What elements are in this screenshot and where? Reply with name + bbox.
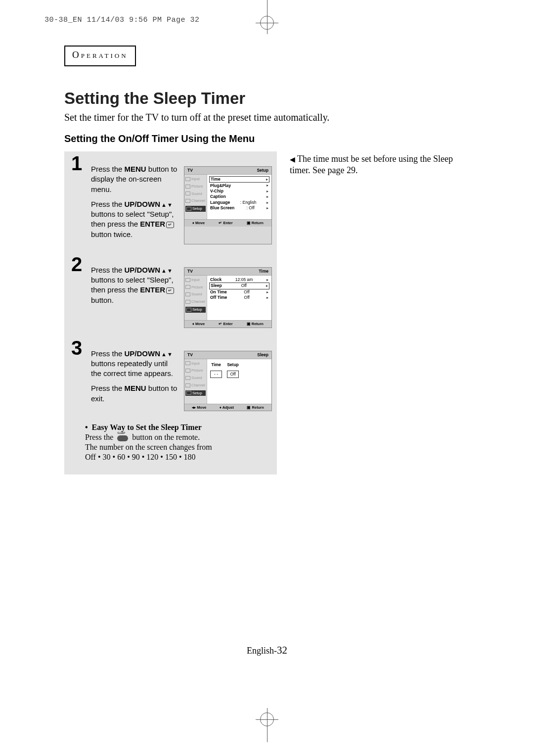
- arrow-icon: [266, 177, 268, 182]
- side-note-text: The time must be set before using the Sl…: [290, 154, 453, 175]
- text: Press the: [91, 165, 125, 173]
- menu-keyword: MENU: [125, 165, 146, 173]
- page-title: Setting the Sleep Timer: [64, 89, 470, 108]
- step-number: 1: [71, 153, 86, 244]
- text: buttons repeatedly until the correct tim…: [91, 359, 173, 378]
- text: Press the: [91, 349, 125, 358]
- text: The number on the screen changes from: [85, 443, 272, 452]
- print-job-header: 30-38_EN 11/14/03 9:56 PM Page 32: [44, 16, 200, 24]
- section-label: Operation: [72, 49, 128, 60]
- text: Press the: [91, 200, 125, 208]
- setup-icon: [186, 391, 191, 395]
- arrow-icon: [267, 205, 268, 211]
- input-icon: [185, 361, 190, 365]
- osd-main: Time - - Setup Off: [207, 359, 271, 404]
- sound-icon: [185, 292, 190, 296]
- arrow-icon: [267, 200, 268, 205]
- step-2: 2 Press the UP/DOWN buttons to select "S…: [71, 256, 272, 328]
- setup-icon: [186, 207, 191, 211]
- arrow-icon: [267, 295, 268, 300]
- section-label-box: Operation: [64, 46, 136, 66]
- easy-way-box: • Easy Way to Set the Sleep Timer Press …: [71, 423, 272, 462]
- crop-mark-bottom: [0, 712, 534, 742]
- osd-main: Clock12:05 am SleepOff On TimeOff Off Ti…: [207, 276, 271, 320]
- osd-header-left: TV: [187, 352, 193, 358]
- updown-keyword: UP/DOWN: [125, 266, 173, 274]
- step-body: Press the UP/DOWN buttons to select "Sle…: [91, 256, 179, 328]
- enter-keyword: ENTER: [140, 220, 165, 228]
- steps-panel: 1 Press the MENU button to display the o…: [64, 151, 277, 474]
- arrow-icon: [267, 189, 268, 194]
- enter-icon: ↵: [166, 287, 174, 294]
- picture-icon: [185, 285, 190, 289]
- left-pointer-icon: ◀: [290, 156, 295, 163]
- menu-keyword: MENU: [125, 384, 146, 392]
- osd-screenshot-time: TVTime Input Picture Sound Channel Setup…: [184, 267, 272, 328]
- step-3: 3 Press the UP/DOWN buttons repeatedly u…: [71, 340, 272, 412]
- osd-header-left: TV: [187, 269, 193, 274]
- osd-sidebar: Input Picture Sound Channel Setup: [184, 359, 207, 404]
- updown-keyword: UP/DOWN: [125, 349, 173, 358]
- text: Press the: [91, 384, 125, 392]
- side-note: ◀The time must be set before using the S…: [287, 153, 470, 177]
- col-setup-label: Setup: [227, 362, 239, 368]
- picture-icon: [185, 369, 190, 373]
- step-number: 3: [71, 338, 86, 412]
- text: button on the remote.: [130, 433, 200, 441]
- step-number: 2: [71, 254, 86, 328]
- enter-keyword: ENTER: [140, 285, 165, 294]
- updown-keyword: UP/DOWN: [125, 200, 173, 208]
- osd-screenshot-setup: TVSetup Input Picture Sound Channel Setu…: [184, 166, 272, 244]
- enter-icon: ↵: [166, 222, 174, 228]
- sound-icon: [185, 191, 190, 195]
- picture-icon: [185, 185, 190, 189]
- crop-mark-top: [0, 0, 534, 30]
- text: button.: [91, 296, 114, 304]
- text: Press the: [85, 433, 115, 441]
- text: Press the: [91, 266, 125, 274]
- osd-header-left: TV: [187, 168, 193, 173]
- sound-icon: [185, 376, 190, 380]
- arrow-icon: [267, 194, 268, 199]
- step-body: Press the MENU button to display the on-…: [91, 155, 179, 244]
- arrow-icon: [267, 289, 268, 295]
- osd-header-right: Time: [259, 269, 268, 274]
- channel-icon: [185, 199, 190, 203]
- channel-icon: [185, 300, 190, 304]
- page-footer: English-32: [64, 644, 470, 657]
- col-time-label: Time: [210, 362, 222, 368]
- arrow-icon: [267, 277, 268, 283]
- text: button twice.: [91, 230, 133, 238]
- col-time-value: - -: [210, 371, 222, 378]
- input-icon: [185, 278, 190, 282]
- setup-icon: [186, 308, 191, 312]
- osd-sidebar: Input Picture Sound Channel Setup: [184, 175, 207, 219]
- intro-text: Set the timer for the TV to turn off at …: [64, 112, 470, 123]
- sleep-button-icon: [117, 435, 128, 441]
- osd-sidebar: Input Picture Sound Channel Setup: [184, 276, 207, 320]
- subsection-heading: Setting the On/Off Timer Using the Menu: [64, 133, 470, 144]
- step-1: 1 Press the MENU button to display the o…: [71, 155, 272, 244]
- osd-screenshot-sleep: TVSleep Input Picture Sound Channel Setu…: [184, 351, 272, 412]
- osd-header-right: Sleep: [257, 352, 268, 358]
- osd-header-right: Setup: [257, 168, 268, 173]
- sleep-sequence: Off • 30 • 60 • 90 • 120 • 150 • 180: [85, 453, 272, 462]
- input-icon: [185, 177, 190, 181]
- arrow-icon: [266, 283, 268, 288]
- arrow-icon: [267, 183, 268, 188]
- channel-icon: [185, 383, 190, 387]
- step-body: Press the UP/DOWN buttons repeatedly unt…: [91, 340, 179, 412]
- easy-heading: Easy Way to Set the Sleep Timer: [92, 423, 202, 431]
- col-setup-value: Off: [227, 371, 239, 378]
- osd-main: Time Plug&Play V-Chip Caption Language: …: [207, 175, 271, 219]
